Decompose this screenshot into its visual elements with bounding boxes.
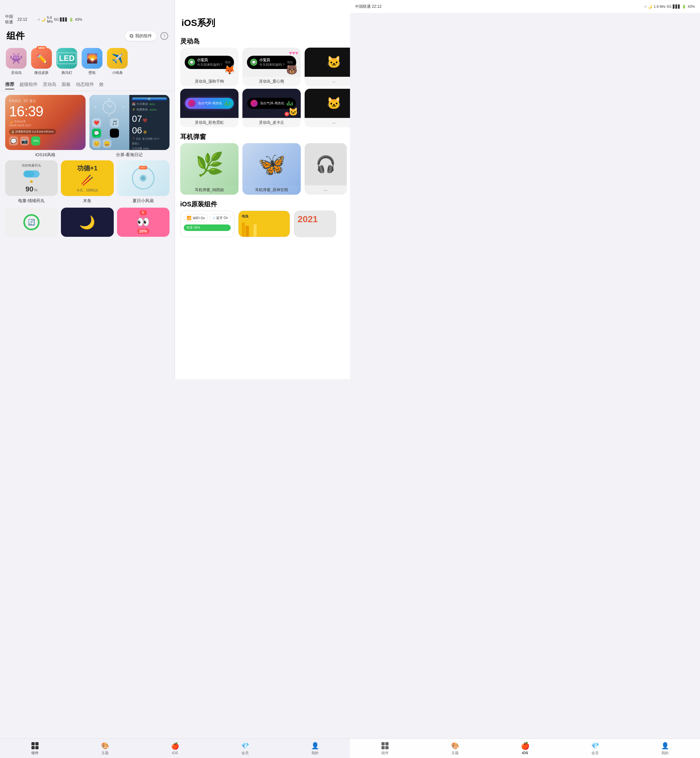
wifi-label: WIFI On	[193, 217, 205, 220]
pikachu-heart: ♥	[284, 112, 289, 116]
ganyu-character: 🦋	[258, 151, 286, 178]
split-smile-icon: 😊	[92, 139, 101, 148]
split-card-wrapper[interactable]: 12 9 3 6	[89, 95, 170, 158]
new-widget-item[interactable]: 新 👀 20%	[117, 207, 169, 237]
battery-title: 你的电量药丸	[22, 163, 41, 168]
ios-native-wifi-card[interactable]: 📶 WIFI On ⑁ 蓝牙 On 有里 56%	[180, 211, 234, 237]
battery-left: 🔋	[69, 17, 73, 22]
widget-icon-led[interactable]: LED 跑马灯	[56, 48, 78, 75]
earphone-label-ganyu: 耳机弹窗_原神甘雨	[242, 185, 301, 195]
ios-native-inner-date: 2021	[294, 211, 336, 237]
split-sun: ☀️	[142, 130, 147, 134]
led-icon: LED	[57, 53, 77, 64]
fan-card-wrapper[interactable]: HOT ✺ 夏日小风扇	[117, 161, 169, 204]
tab-dynamic-label: 动态组件	[76, 82, 94, 87]
lingdong-card-pikachu[interactable]: 告白气球-周杰伦 🐱 ♥ 灵动岛_皮卡丘	[242, 89, 301, 127]
tab-lingdong-label: 灵动岛	[43, 82, 56, 87]
earphone-card-nahxida[interactable]: 🌿 耳机弹窗_纳西妲	[180, 143, 239, 195]
muyu-card-wrapper[interactable]: 功德+1 🥢 今天，10091次 木鱼	[61, 161, 113, 204]
today-label: 📅 今日剩余	[132, 102, 148, 106]
split-wechat-icon: 💬	[92, 129, 101, 138]
signal-bars-left: ▋▋▋	[60, 17, 68, 22]
lingdong-card-qiuqiu[interactable]: 💬 小宝贝 今天回来吃饭吗？ 现在 🦊 灵动岛_荡秋千狗	[180, 48, 239, 86]
my-widgets-button[interactable]: ⧉ 我的组件	[125, 31, 156, 41]
ios-native-date-card[interactable]: 2021	[294, 211, 336, 237]
bt-icon: ⑁	[212, 216, 215, 220]
nav-tabs: 推荐 超级组件 灵动岛 面板 动态组件 效	[0, 78, 175, 91]
ios-native-battery-card[interactable]: 电池	[238, 211, 290, 237]
split-heart-icon: ❤️	[92, 118, 101, 127]
split-label: 分屏-看海日记	[89, 152, 170, 158]
my-widgets-label: 我的组件	[135, 33, 152, 39]
widget-icon-lingdong[interactable]: 👾 灵动岛	[5, 48, 27, 75]
ios16-card-wrapper[interactable]: 8月15日 22° 多云 16:39 🌙 月余10天 HAVE NICE DAY…	[5, 95, 86, 158]
ios16-time: 16:39	[9, 103, 82, 120]
ios16-label: iOS16风格	[5, 152, 86, 158]
tab-recommended[interactable]: 推荐	[5, 80, 14, 89]
pill-msg-bear: 今天回来吃饭吗？	[259, 62, 285, 67]
help-button[interactable]: ?	[161, 32, 168, 40]
tab-dynamic[interactable]: 动态组件	[76, 80, 94, 89]
right-panel: 中国联通 22:12 ⑁ 🌙 1.6 M/s 5G ▋▋▋ 🔋 43% iOS系…	[175, 0, 350, 379]
small-widget-row: 你的电量药丸 😊 90 % 电量-情绪药丸 功德+1	[0, 159, 175, 205]
fox-sticker: 🦊	[224, 64, 235, 75]
tab-panel[interactable]: 面板	[62, 80, 71, 89]
left-panel: 中国联通 22:12 ⑁ 🌙 5.6 M/s 5G ▋▋▋ 🔋 43% 组件 ⧉…	[0, 0, 175, 379]
widget-icon-wechat[interactable]: NEW ✏️ 微信皮肤	[30, 48, 53, 75]
pikachu-icon: 🐱	[288, 107, 298, 116]
lingdong-label-extra2: ...	[305, 118, 350, 126]
widget-icon-wallpaper[interactable]: 🌄 壁纸	[81, 48, 103, 75]
carrier-left: 中国联通	[5, 14, 17, 25]
lingdong-label-extra: ...	[305, 77, 350, 85]
fan-blades: ✺	[139, 173, 147, 184]
song-name-pikachu: 告白气球-周杰伦	[260, 101, 284, 106]
earphone-label-nahxida: 耳机弹窗_纳西妲	[180, 185, 239, 195]
widget-icon-note[interactable]: ✈️ 小纸条	[106, 48, 128, 75]
wechat-icon: ✏️	[36, 53, 47, 64]
fan-circle: HOT ✺	[132, 167, 155, 189]
lingdong-card-extra2[interactable]: 🐱 ...	[305, 89, 350, 127]
bt-pill: ⑁ 蓝牙 On	[210, 214, 231, 222]
status-bar-left: 中国联通 22:12	[0, 14, 33, 25]
cat-icon: 🐱	[327, 55, 341, 69]
ring-widget[interactable]: 🔄	[5, 207, 58, 237]
battery-face-icon: 😊	[30, 180, 33, 183]
lingdong-icon: 👾	[10, 52, 23, 64]
earphone-card-ganyu[interactable]: 🦋 耳机弹窗_原神甘雨	[242, 143, 301, 195]
hot-badge: HOT	[139, 166, 147, 169]
tab-lingdong[interactable]: 灵动岛	[43, 80, 56, 89]
lingdong-row1: 💬 小宝贝 今天回来吃饭吗？ 现在 🦊 灵动岛_荡秋千狗 💬	[175, 48, 350, 89]
wallpaper-icon: 🌄	[86, 53, 98, 64]
music-bars-rainbow	[225, 101, 230, 106]
battery-app-icon: 75%	[31, 136, 40, 145]
tab-effect-label: 效	[99, 82, 104, 87]
ios16-sub1: 月余10天	[14, 120, 26, 124]
split-music-icon: 🎵	[110, 118, 119, 127]
lingdong-label: 灵动岛	[11, 70, 22, 75]
lingdong-card-extra[interactable]: 🐱 ♥ ...	[305, 48, 350, 86]
camera-app-icon: 📷	[20, 136, 29, 145]
battery-pill	[23, 170, 39, 178]
battery-card-wrapper[interactable]: 你的电量药丸 😊 90 % 电量-情绪药丸	[5, 161, 58, 204]
ios16-sub2: HAVE NICE DAY	[9, 124, 82, 127]
speed-left: 5.6 M/s	[47, 16, 53, 23]
lingdong-card-rainbow[interactable]: 告白气球-周杰伦 灵动岛_彩色霓虹	[180, 89, 239, 127]
new-badge: NEW	[37, 46, 47, 50]
tab-effect[interactable]: 效	[99, 80, 104, 89]
battery-bars-visual	[242, 223, 286, 237]
avatar-qiuqiu: 💬	[188, 59, 195, 66]
lingdong-row2: 告白气球-周杰伦 灵动岛_彩色霓虹	[175, 89, 350, 130]
tab-super[interactable]: 超级组件	[19, 80, 38, 89]
moon-widget[interactable]: 🌙	[61, 207, 113, 237]
page-title: 组件	[6, 30, 25, 42]
earphone-card-extra[interactable]: 🎧 ...	[305, 143, 347, 195]
ios-native-row: 📶 WIFI On ⑁ 蓝牙 On 有里 56%	[175, 211, 350, 240]
lingdong-inner-pikachu: 告白气球-周杰伦 🐱 ♥	[242, 89, 301, 118]
lingdong-card-bear[interactable]: 💬 小宝贝 今天回来吃饭吗？ 现在 🐻 ♥♥♥ 灵动岛_爱心熊	[242, 48, 301, 86]
rainbow-pill: 告白气球-周杰伦	[185, 98, 233, 109]
date-year: 2021	[297, 214, 333, 225]
earphone-img-extra: 🎧	[305, 143, 347, 185]
ios16-date: 8月15日	[9, 99, 21, 103]
ios16-countdown: 距离新年还有 212天168小时26分	[16, 130, 54, 133]
muyu-widget: 功德+1 🥢 今天，10091次	[61, 161, 113, 196]
